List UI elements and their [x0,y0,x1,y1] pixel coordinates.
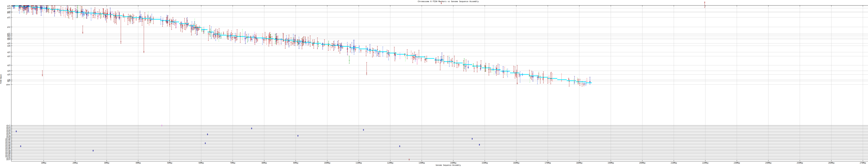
xtick-90Mbp: 90Mbp [290,162,301,164]
markers-nci [13,5,586,84]
xtick-140Mbp: 140Mbp [448,162,459,164]
xtick-220Mbp: 220Mbp [700,162,711,164]
xtick-100Mbp: 100Mbp [322,162,333,164]
legend-label-ucsf: UCSF [867,17,868,19]
xtick-260Mbp: 260Mbp [826,162,837,164]
ytick-band-p25: p25 [0,5,10,7]
ytick-band-q16: q16 [0,45,10,47]
legend-label-nci: NCI [867,10,868,12]
xtick-80Mbp: 80Mbp [259,162,270,164]
ytick-band-p22: p22 [0,12,10,13]
markers-rpci [76,11,418,126]
xtick-160Mbp: 160Mbp [511,162,522,164]
errorbars-rpci [76,5,418,126]
ytick-band-q15: q15 [0,43,10,44]
xtick-70Mbp: 70Mbp [227,162,238,164]
xtick-120Mbp: 120Mbp [385,162,396,164]
xtick-20Mbp: 20Mbp [70,162,81,164]
legend-label-fhcrc: FHCRC [867,19,868,21]
xtick-180Mbp: 180Mbp [574,162,585,164]
ytick-band-q14: q14 [0,38,10,40]
ytick-band-q22: q22 [0,55,10,57]
xtick-60Mbp: 60Mbp [196,162,207,164]
ytick-band-q24: q24 [0,70,10,72]
axis-ticks [11,5,868,161]
ytick-band-q25: q25 [0,74,10,76]
xtick-130Mbp: 130Mbp [416,162,427,164]
ytick-band-q21: q21 [0,51,10,53]
xtick-240Mbp: 240Mbp [763,162,774,164]
chart-canvas: Chromosome 6 FISH Markers vs Genome Sequ… [0,0,868,167]
errorbars-fhcrc [13,5,590,151]
xtick-210Mbp: 210Mbp [669,162,679,164]
xtick-250Mbp: 250Mbp [795,162,805,164]
ytick-band-p21: p21 [0,17,10,19]
errorbars-sc [12,2,705,160]
xtick-230Mbp: 230Mbp [732,162,742,164]
legend-label-sc: SC [867,15,868,16]
legend-label-lanl: LANL [867,8,868,10]
ytick-band-q23: q23 [0,64,10,66]
ytick-band-q27: q27 [0,80,10,82]
xtick-110Mbp: 110Mbp [353,162,364,164]
ytick-band-p24: p24 [0,7,10,9]
plot-border [11,5,868,161]
xtick-40Mbp: 40Mbp [133,162,144,164]
xtick-200Mbp: 200Mbp [637,162,648,164]
xtick-270Mbp: 270Mbp [858,162,868,164]
xtick-10Mbp: 10Mbp [38,162,49,164]
markers-fhcrc [13,5,590,151]
gridlines-vertical [44,5,863,161]
plot-area [0,0,868,167]
gridlines-chromosome-rows [11,126,868,160]
ytick-band-q12: q12 [0,35,10,37]
ytick-chrY: chrY [0,159,10,161]
xtick-50Mbp: 50Mbp [164,162,175,164]
legend-label-rpci: RPCI [867,12,868,14]
xtick-190Mbp: 190Mbp [606,162,616,164]
legend-label-csmc: CSMC [867,6,868,8]
xtick-30Mbp: 30Mbp [101,162,112,164]
xtick-170Mbp: 170Mbp [543,162,553,164]
ytick-band-qter: qter [0,84,10,86]
ytick-band-p12: p12 [0,26,10,28]
xtick-150Mbp: 150Mbp [479,162,490,164]
